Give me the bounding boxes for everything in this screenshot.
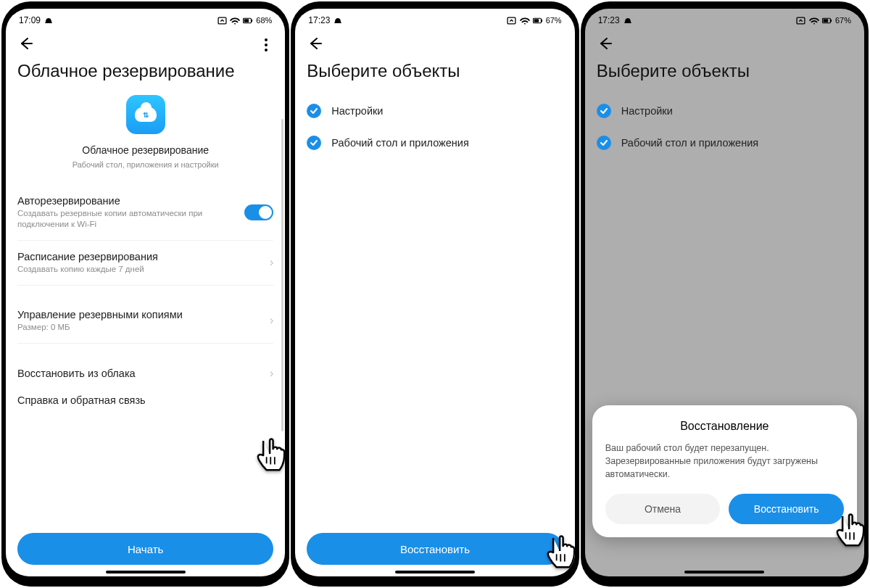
battery-icon xyxy=(533,15,543,25)
check-item-desktop-apps[interactable]: Рабочий стол и приложения xyxy=(307,127,563,159)
wifi-icon xyxy=(230,15,240,25)
hero-block: ⇅ Облачное резервирование Рабочий стол, … xyxy=(17,95,273,169)
check-label: Настройки xyxy=(621,105,673,117)
chevron-right-icon: › xyxy=(270,256,273,269)
top-bar xyxy=(295,29,574,61)
status-battery: 67% xyxy=(546,16,562,25)
checkmark-icon xyxy=(307,136,321,150)
cloud-backup-icon: ⇅ xyxy=(126,95,165,134)
chevron-right-icon: › xyxy=(270,367,273,380)
top-bar xyxy=(585,29,864,61)
phone-frame-1: 17:09 68% Облачное резервирование ⇅ xyxy=(1,1,289,587)
battery-icon xyxy=(243,15,253,25)
bottom-area xyxy=(585,526,864,576)
status-bar: 17:23 67% xyxy=(585,9,864,29)
screen-2: 17:23 67% Выберите объекты Настройки xyxy=(295,9,574,576)
bell-icon xyxy=(623,15,633,25)
checkmark-icon xyxy=(307,104,321,118)
dialog-confirm-button[interactable]: Восстановить xyxy=(729,494,844,524)
bell-icon xyxy=(333,15,343,25)
row-schedule[interactable]: Расписание резервирования Создавать копи… xyxy=(17,241,273,286)
checkmark-icon xyxy=(597,136,611,150)
battery-icon xyxy=(822,15,832,25)
back-button[interactable] xyxy=(597,36,613,54)
dialog-body: Ваш рабочий стол будет перезапущен. Заре… xyxy=(605,442,844,481)
screen-1: 17:09 68% Облачное резервирование ⇅ xyxy=(6,9,285,576)
check-item-settings[interactable]: Настройки xyxy=(597,95,853,127)
screen-3: 17:23 67% Выберите объекты Настройки xyxy=(585,9,864,576)
check-item-settings[interactable]: Настройки xyxy=(307,95,563,127)
phone-frame-3: 17:23 67% Выберите объекты Настройки xyxy=(581,1,869,587)
content-area: Выберите объекты Настройки Рабочий стол … xyxy=(295,61,574,526)
status-time: 17:23 xyxy=(598,15,620,25)
row-label: Управление резервными копиями xyxy=(17,309,264,320)
dialog-cancel-button[interactable]: Отмена xyxy=(605,494,721,524)
button-label: Восстановить xyxy=(754,503,819,515)
overflow-menu-button[interactable] xyxy=(259,38,273,52)
status-time: 17:23 xyxy=(308,15,330,25)
dialog-title: Восстановление xyxy=(605,420,844,433)
start-button[interactable]: Начать xyxy=(17,533,273,565)
row-label: Авторезервирование xyxy=(17,195,239,207)
back-button[interactable] xyxy=(17,36,33,54)
button-label: Отмена xyxy=(645,503,681,515)
top-bar xyxy=(6,29,285,61)
restore-button[interactable]: Восстановить xyxy=(307,533,563,565)
row-label: Справка и обратная связь xyxy=(17,394,268,406)
autobackup-toggle[interactable] xyxy=(244,204,273,220)
bottom-area: Восстановить xyxy=(295,526,574,576)
content-area: Облачное резервирование ⇅ Облачное резер… xyxy=(6,61,285,526)
row-sub: Создавать резервные копии автоматически … xyxy=(17,208,239,230)
back-button[interactable] xyxy=(307,36,323,54)
status-bar: 17:09 68% xyxy=(6,9,285,29)
home-indicator[interactable] xyxy=(395,571,475,573)
row-sub: Создавать копию каждые 7 дней xyxy=(17,264,264,275)
wifi-icon xyxy=(809,15,819,25)
page-title: Выберите объекты xyxy=(597,61,853,82)
hero-subtitle: Рабочий стол, приложения и настройки xyxy=(17,160,273,169)
cast-icon xyxy=(507,15,517,25)
page-title: Облачное резервирование xyxy=(17,61,273,82)
row-help-feedback[interactable]: Справка и обратная связь xyxy=(17,387,273,416)
restore-dialog: Восстановление Ваш рабочий стол будет пе… xyxy=(592,405,857,537)
scrollbar[interactable] xyxy=(281,119,283,431)
bottom-area: Начать xyxy=(6,526,285,576)
wifi-icon xyxy=(520,15,530,25)
check-label: Рабочий стол и приложения xyxy=(621,137,758,149)
check-item-desktop-apps[interactable]: Рабочий стол и приложения xyxy=(597,127,853,159)
row-restore-from-cloud[interactable]: Восстановить из облака › xyxy=(17,357,273,387)
button-label: Восстановить xyxy=(400,543,470,555)
cast-icon xyxy=(796,15,806,25)
home-indicator[interactable] xyxy=(684,571,764,573)
check-label: Рабочий стол и приложения xyxy=(331,137,468,149)
row-autobackup[interactable]: Авторезервирование Создавать резервные к… xyxy=(17,185,273,241)
status-time: 17:09 xyxy=(19,15,41,25)
home-indicator[interactable] xyxy=(106,571,186,573)
phone-frame-2: 17:23 67% Выберите объекты Настройки xyxy=(291,1,579,587)
bell-icon xyxy=(44,15,54,25)
row-label: Расписание резервирования xyxy=(17,251,264,262)
button-label: Начать xyxy=(128,543,163,555)
cast-icon xyxy=(217,15,227,25)
checkmark-icon xyxy=(597,104,611,118)
chevron-right-icon: › xyxy=(270,314,273,327)
status-battery: 67% xyxy=(835,16,851,25)
row-label: Восстановить из облака xyxy=(17,368,264,379)
row-sub: Размер: 0 МБ xyxy=(17,322,264,333)
status-battery: 68% xyxy=(256,16,272,25)
row-manage-backups[interactable]: Управление резервными копиями Размер: 0 … xyxy=(17,299,273,344)
page-title: Выберите объекты xyxy=(307,61,563,82)
hero-title: Облачное резервирование xyxy=(17,144,273,156)
status-bar: 17:23 67% xyxy=(295,9,574,29)
check-label: Настройки xyxy=(331,105,383,117)
